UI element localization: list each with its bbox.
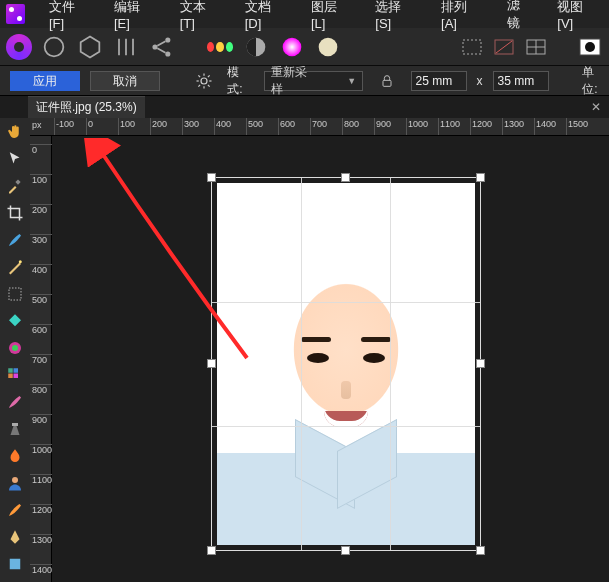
portrait-tool-icon[interactable]: [3, 471, 27, 495]
svg-point-0: [45, 37, 64, 56]
hue-wheel-icon[interactable]: [278, 34, 306, 60]
grid-icon[interactable]: [523, 36, 549, 58]
hex-icon[interactable]: [76, 34, 104, 60]
color-swatch[interactable]: [577, 36, 603, 58]
cancel-button[interactable]: 取消: [90, 71, 160, 91]
svg-point-3: [165, 37, 170, 42]
crop-handle-ne[interactable]: [476, 173, 485, 182]
svg-line-23: [198, 84, 200, 86]
svg-rect-26: [15, 179, 20, 184]
menu-document[interactable]: 文档[D]: [233, 0, 297, 35]
crop-handle-s[interactable]: [341, 546, 350, 555]
document-image: [217, 183, 475, 545]
crop-handle-e[interactable]: [476, 359, 485, 368]
clone-tool-icon[interactable]: [3, 417, 27, 441]
wand-tool-icon[interactable]: [3, 255, 27, 279]
svg-line-24: [207, 75, 209, 77]
svg-marker-1: [81, 36, 100, 57]
svg-point-4: [165, 51, 170, 56]
svg-point-36: [12, 477, 18, 483]
crop-tool-icon[interactable]: [3, 201, 27, 225]
smudge-tool-icon[interactable]: [3, 498, 27, 522]
mode-value: 重新采样: [271, 64, 317, 98]
svg-rect-31: [8, 368, 13, 373]
x-label: x: [477, 74, 483, 88]
rgb-preview-icon[interactable]: [206, 34, 234, 60]
marquee-icon[interactable]: [459, 36, 485, 58]
context-toolbar: 应用 取消 模式: 重新采样 ▼ x 单位:: [0, 66, 609, 96]
color-picker-icon[interactable]: [3, 174, 27, 198]
height-field[interactable]: [493, 71, 549, 91]
svg-rect-33: [8, 374, 13, 379]
shape-tool-icon[interactable]: [3, 552, 27, 576]
svg-rect-32: [14, 368, 19, 373]
ruler-horizontal[interactable]: px -100010020030040050060070080090010001…: [30, 118, 609, 136]
document-tab[interactable]: 证件照.jpg (25.3%): [28, 96, 145, 118]
soft-circle-icon[interactable]: [314, 34, 342, 60]
svg-point-2: [152, 44, 157, 49]
menu-edit[interactable]: 编辑[E]: [102, 0, 166, 35]
menu-view[interactable]: 视图[V]: [545, 0, 609, 35]
persona-icon[interactable]: [6, 34, 32, 60]
crop-handle-n[interactable]: [341, 173, 350, 182]
paintbrush-tool-icon[interactable]: [3, 228, 27, 252]
app-logo-icon: [6, 4, 25, 24]
workspace: px -100010020030040050060070080090010001…: [0, 118, 609, 582]
ruler-unit-label: px: [32, 120, 42, 130]
swatches-icon[interactable]: [3, 363, 27, 387]
marquee-tool-icon[interactable]: [3, 282, 27, 306]
svg-rect-28: [9, 288, 21, 300]
svg-point-7: [319, 37, 338, 56]
ruler-vertical[interactable]: 0100200300400500600700800900100011001200…: [30, 136, 52, 582]
hand-tool-icon[interactable]: [3, 120, 27, 144]
crop-handle-sw[interactable]: [207, 546, 216, 555]
svg-point-30: [12, 345, 18, 351]
svg-line-22: [207, 84, 209, 86]
close-tab-icon[interactable]: ✕: [591, 100, 601, 114]
tool-panel: [0, 118, 30, 582]
crop-handle-se[interactable]: [476, 546, 485, 555]
svg-line-10: [496, 41, 512, 53]
bars-icon[interactable]: [112, 34, 140, 60]
svg-rect-37: [10, 559, 21, 570]
mode-dropdown[interactable]: 重新采样 ▼: [264, 71, 363, 91]
lock-icon[interactable]: [373, 68, 400, 94]
fill-tool-icon[interactable]: [3, 309, 27, 333]
pointer-tool-icon[interactable]: [3, 147, 27, 171]
menu-arrange[interactable]: 排列[A]: [429, 0, 493, 35]
menu-filter[interactable]: 滤镜: [495, 0, 544, 36]
svg-rect-35: [12, 423, 18, 426]
contrast-icon[interactable]: [242, 34, 270, 60]
svg-point-15: [585, 42, 595, 52]
svg-rect-25: [383, 80, 391, 86]
document-tab-label: 证件照.jpg (25.3%): [36, 99, 137, 116]
disable-icon[interactable]: [491, 36, 517, 58]
svg-line-21: [198, 75, 200, 77]
svg-point-6: [283, 37, 302, 56]
gradient-tool-icon[interactable]: [3, 336, 27, 360]
heal-tool-icon[interactable]: [3, 390, 27, 414]
width-field[interactable]: [411, 71, 467, 91]
svg-rect-8: [463, 40, 481, 54]
menu-text[interactable]: 文本[T]: [168, 0, 231, 35]
unit-label: 单位:: [582, 64, 609, 98]
gear-icon[interactable]: [190, 68, 217, 94]
crop-handle-nw[interactable]: [207, 173, 216, 182]
chevron-down-icon: ▼: [347, 76, 356, 86]
menu-layer[interactable]: 图层[L]: [299, 0, 361, 35]
menu-select[interactable]: 选择[S]: [363, 0, 427, 35]
pen-tool-icon[interactable]: [3, 525, 27, 549]
crop-handle-w[interactable]: [207, 359, 216, 368]
burn-tool-icon[interactable]: [3, 444, 27, 468]
circle-icon[interactable]: [40, 34, 68, 60]
canvas[interactable]: [52, 136, 609, 582]
mode-label: 模式:: [227, 64, 254, 98]
svg-point-16: [201, 78, 207, 84]
menu-bar: 文件[F] 编辑[E] 文本[T] 文档[D] 图层[L] 选择[S] 排列[A…: [0, 0, 609, 28]
document-tab-row: 证件照.jpg (25.3%) ✕: [0, 96, 609, 118]
menu-file[interactable]: 文件[F]: [37, 0, 100, 35]
apply-button[interactable]: 应用: [10, 71, 80, 91]
svg-point-27: [19, 260, 22, 263]
share-icon[interactable]: [148, 34, 176, 60]
svg-rect-34: [14, 374, 19, 379]
